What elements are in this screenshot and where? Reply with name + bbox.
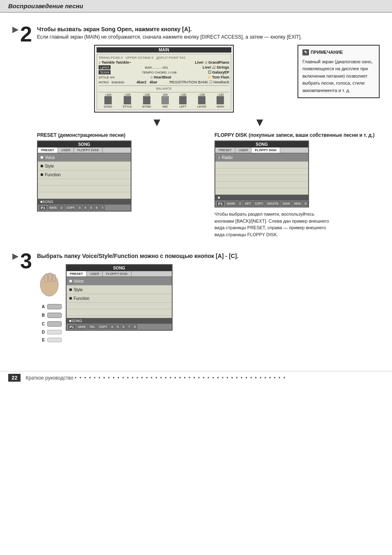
step3-pill-B[interactable]	[47, 313, 62, 318]
step3-btn-D: D	[40, 330, 62, 334]
preset-item-empty3	[38, 192, 131, 199]
step3-btn-tel[interactable]: TEL	[88, 325, 97, 329]
svg-rect-3	[53, 274, 55, 282]
step2-text: Чтобы вызвать экран Song Open, нажмите к…	[37, 23, 380, 238]
step3-btn-B: B	[40, 313, 62, 318]
folder-icon-voice: ■	[40, 154, 43, 160]
note-box-text: Главный экран (диалоговое окно, появляющ…	[302, 58, 375, 94]
preset-btn-save[interactable]: SAVE	[48, 205, 58, 210]
main-screen-title: MAIN	[97, 47, 231, 53]
step3-btn-7[interactable]: 7	[127, 325, 132, 329]
main-row-score: Score TEMPO CHORD ♩=148 ☐ GalaxyEP	[99, 70, 229, 74]
step3-buttons-bar: P1 SAVE TEL COPY 4 5 6 7 8	[67, 324, 172, 330]
step2-title: Чтобы вызвать экран Song Open, нажмите к…	[37, 26, 380, 32]
preset-tab-preset[interactable]: PRESET	[38, 147, 58, 153]
step3-folder-style: ■	[69, 287, 72, 292]
step3-pill-A[interactable]	[47, 304, 62, 309]
step3-number: 3	[20, 250, 32, 272]
step3-pill-C[interactable]	[47, 321, 62, 327]
main-screen: MAIN TRANS-POSE 0 UPPER OCTAVE 0 |||SPLI…	[94, 45, 234, 113]
preset-btn-2[interactable]: 2	[59, 205, 64, 210]
preset-btn-5[interactable]: 5	[89, 205, 94, 210]
preset-btn-7[interactable]: 7	[100, 205, 105, 210]
music-icon-radio: ♪	[218, 154, 220, 160]
main-balance-bar: ○100 SONG ○100 STYLE	[99, 92, 229, 108]
floppy-btn-save[interactable]: SAVE	[281, 201, 292, 206]
preset-col-title: PRESET (демонстрационные песни)	[37, 132, 202, 138]
preset-item-function[interactable]: ■ Function	[38, 170, 131, 179]
floppy-callout: Чтобы выбрать раздел памяти, воспользуйт…	[214, 211, 330, 238]
floppy-btn-8[interactable]: 8	[303, 201, 308, 206]
step2-bottom-row: PRESET (демонстрационные песни) SONG PRE…	[37, 132, 380, 238]
step3-btn-copy[interactable]: COPY	[97, 325, 109, 329]
step3-btn-6[interactable]: 6	[121, 325, 126, 329]
step3-btn-8[interactable]: 8	[132, 325, 137, 329]
preset-btn-6[interactable]: 6	[95, 205, 99, 210]
preset-btn-4[interactable]: 4	[83, 205, 88, 210]
preset-screen-title: SONG	[38, 141, 131, 147]
step3-btn-5[interactable]: 5	[115, 325, 120, 329]
header-title: Воспроизведение песни	[8, 2, 83, 9]
step2-number: 2	[20, 23, 32, 45]
preset-btn-copy[interactable]: COPY	[65, 205, 76, 210]
step2-subtitle: Если главный экран (MAIN) не отображаетс…	[37, 34, 380, 40]
main-row-song: ♪ Twinkle Twinkle~ Live! ♬ GrandPiano	[99, 60, 229, 64]
floppy-tab-user[interactable]: USER	[235, 147, 251, 153]
preset-tab-user[interactable]: USER	[58, 147, 74, 153]
step3-screen-container: SONG PRESET USER FLOPPY DISK ■ Voice	[66, 264, 173, 331]
preset-btn-3[interactable]: 3	[77, 205, 82, 210]
step3-text: Выбрать папку Voice/Style/Function можно…	[37, 250, 380, 342]
step3-section: ▶ 3 Выбрать папку Voice/Style/Function м…	[12, 250, 380, 342]
down-arrow-right: ▼	[254, 116, 265, 129]
floppy-screen-title: SONG	[215, 141, 308, 147]
floppy-footer: ■	[215, 195, 308, 200]
floppy-btn-get[interactable]: GET	[243, 201, 252, 206]
main-row-lyrics: Lyrics BAR............001 Live! ♩♩ Strin…	[99, 65, 229, 69]
step3-label-B: B	[40, 313, 45, 318]
step3-label-A: A	[40, 304, 45, 309]
step3-tab-user[interactable]: USER	[87, 271, 103, 276]
step3-screen-title: SONG	[67, 265, 172, 271]
note-box: ✎ ПРИМЕЧАНИЕ Главный экран (диалоговое о…	[297, 45, 380, 98]
step3-item-voice[interactable]: ■ Voice	[67, 277, 172, 286]
preset-item-empty2	[38, 186, 131, 192]
floppy-tabs: PRESET USER FLOPPY DISK	[215, 147, 308, 153]
step3-footer: ■ SONG	[67, 318, 172, 324]
step3-pill-D[interactable]	[47, 330, 62, 334]
main-row-style: STYLE 4/4 ♫ HeartBeat ⚡ Tom Flam	[99, 75, 229, 79]
balance-left: ○100 LEFT	[179, 93, 187, 108]
preset-item-voice[interactable]: ■ Voice	[38, 153, 131, 162]
step3-tab-floppy[interactable]: FLOPPY DISK	[103, 271, 131, 276]
floppy-item-radio[interactable]: ♪ Radio	[215, 153, 308, 162]
step2-diagram: MAIN TRANS-POSE 0 UPPER OCTAVE 0 |||SPLI…	[37, 45, 380, 238]
step3-pill-E[interactable]	[47, 338, 62, 342]
step3-item-function[interactable]: ■ Function	[67, 294, 172, 303]
step2-section: ▶ 2 Чтобы вызвать экран Song Open, нажми…	[12, 23, 380, 238]
page-header: Воспроизведение песни	[0, 0, 392, 13]
step3-btn-A: A	[40, 304, 62, 309]
step2-top-row: MAIN TRANS-POSE 0 UPPER OCTAVE 0 |||SPLI…	[37, 45, 380, 113]
preset-list: ■ Voice ■ Style ■ Function	[38, 153, 131, 199]
floppy-btn-new[interactable]: NEW	[293, 201, 302, 206]
floppy-btn-2[interactable]: 2	[238, 201, 242, 206]
step3-btn-save[interactable]: SAVE	[76, 325, 87, 329]
preset-item-style[interactable]: ■ Style	[38, 162, 131, 170]
floppy-tab-floppy[interactable]: FLOPPY DISK	[251, 147, 280, 153]
floppy-list: ♪ Radio	[215, 153, 308, 195]
step3-btn-4[interactable]: 4	[110, 325, 115, 329]
step3-title: Выбрать папку Voice/Style/Function можно…	[37, 253, 380, 259]
step3-hand-buttons: A B C D	[37, 270, 62, 342]
step3-tab-preset[interactable]: PRESET	[67, 271, 87, 276]
note-box-title: ✎ ПРИМЕЧАНИЕ	[302, 49, 375, 56]
balance-mid: 100 MID	[161, 93, 169, 108]
floppy-btn-copy2[interactable]: COPY	[254, 201, 265, 206]
preset-item-empty1	[38, 179, 131, 186]
main-row-1: TRANS-POSE 0 UPPER OCTAVE 0 |||SPLIT POI…	[99, 56, 229, 60]
floppy-btn-name[interactable]: NAME	[225, 201, 237, 206]
floppy-btn-delete[interactable]: DELETE	[265, 201, 280, 206]
floppy-col-title: FLOPPY DISK (покупные записи, ваши собст…	[214, 132, 380, 138]
step3-item-style[interactable]: ■ Style	[67, 286, 172, 294]
preset-tab-floppy[interactable]: FLOPPY DISK	[74, 147, 102, 153]
floppy-screen: SONG PRESET USER FLOPPY DISK ♪ Radio	[214, 140, 309, 207]
floppy-tab-preset[interactable]: PRESET	[215, 147, 235, 153]
